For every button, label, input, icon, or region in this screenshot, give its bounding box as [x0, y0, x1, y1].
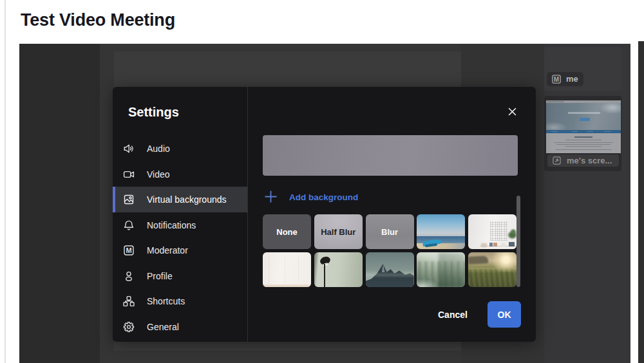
svg-text:M: M — [126, 247, 131, 254]
svg-text:M: M — [554, 75, 559, 82]
